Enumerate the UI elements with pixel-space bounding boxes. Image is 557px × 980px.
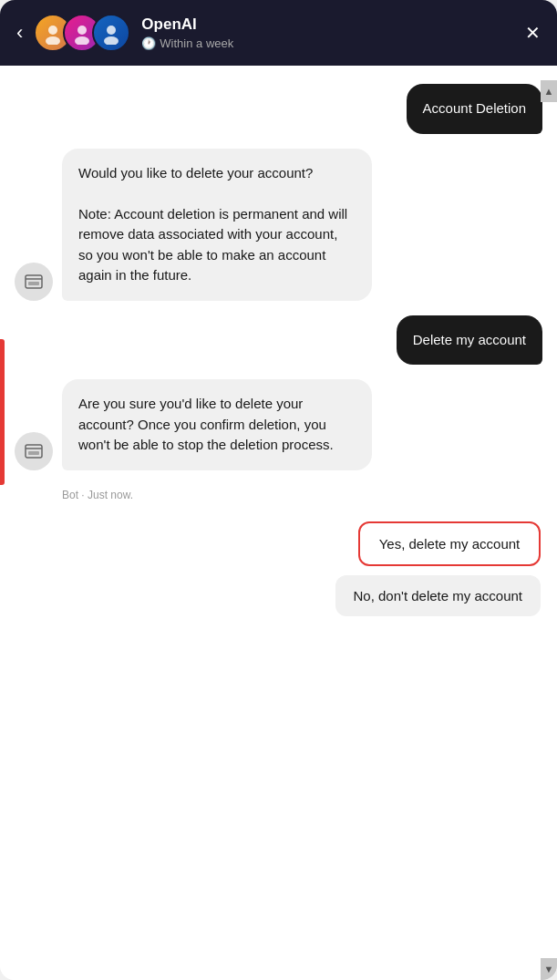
svg-rect-8 xyxy=(28,282,39,285)
chat-header: ‹ OpenAI xyxy=(0,0,557,66)
bot-timestamp: Bot · Just now. xyxy=(62,489,542,501)
user-bubble-2: Delete my account xyxy=(397,315,542,366)
bot-bubble-2: Are you sure you'd like to delete your a… xyxy=(62,379,372,470)
back-button[interactable]: ‹ xyxy=(16,21,23,45)
avatar-3 xyxy=(92,14,130,52)
agent-name: OpenAI xyxy=(141,15,514,34)
scroll-up-arrow[interactable]: ▲ xyxy=(541,80,557,102)
user-bubble-1: Account Deletion xyxy=(407,84,542,134)
svg-point-2 xyxy=(77,26,87,35)
avatar-group xyxy=(34,14,130,52)
no-delete-button[interactable]: No, don't delete my account xyxy=(335,575,541,616)
close-button[interactable]: ✕ xyxy=(525,22,541,44)
bot-avatar-2 xyxy=(15,432,53,470)
bot-avatar-1 xyxy=(15,263,53,301)
svg-point-4 xyxy=(107,26,116,35)
left-accent xyxy=(0,339,5,485)
header-info: OpenAI 🕐 Within a week xyxy=(141,15,514,49)
message-row-3: Delete my account xyxy=(15,315,542,366)
svg-point-0 xyxy=(48,26,57,35)
message-row-2: Would you like to delete your account?No… xyxy=(15,149,542,301)
header-status: 🕐 Within a week xyxy=(141,36,514,50)
status-text: Within a week xyxy=(160,36,233,50)
bot-message-1-text: Would you like to delete your account?No… xyxy=(78,165,347,284)
quick-replies: Yes, delete my account No, don't delete … xyxy=(15,521,542,616)
scroll-down-arrow[interactable]: ▼ xyxy=(541,958,557,980)
clock-icon: 🕐 xyxy=(141,36,156,50)
yes-delete-button[interactable]: Yes, delete my account xyxy=(358,521,541,566)
svg-rect-11 xyxy=(28,451,39,455)
message-row-1: Account Deletion xyxy=(15,84,542,134)
message-row-4: Are you sure you'd like to delete your a… xyxy=(15,379,542,470)
chat-area: Account Deletion Would you like to delet… xyxy=(0,66,557,980)
chat-window: ‹ OpenAI xyxy=(0,0,557,980)
svg-point-3 xyxy=(75,36,89,45)
svg-point-5 xyxy=(104,36,119,45)
bot-bubble-1: Would you like to delete your account?No… xyxy=(62,149,372,301)
svg-point-1 xyxy=(46,36,60,45)
